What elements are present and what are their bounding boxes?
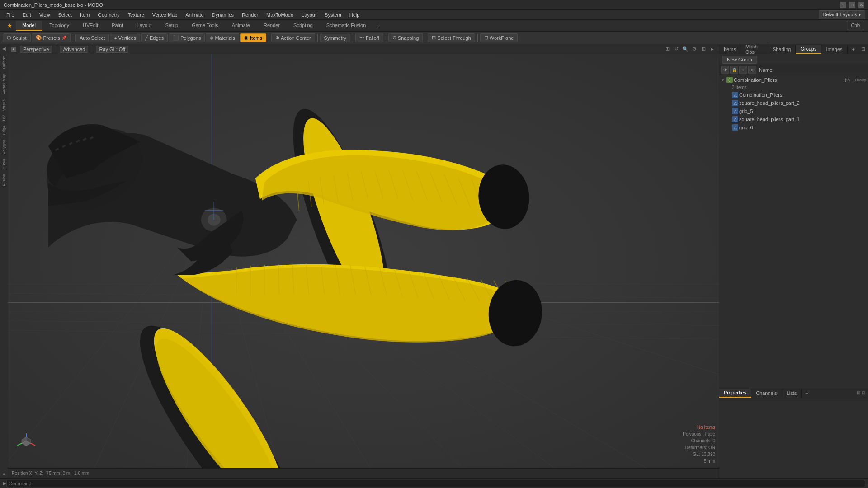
menu-item[interactable]: Item: [76, 11, 93, 19]
mode-tab-only[interactable]: Only: [847, 21, 864, 30]
tree-item-combination-pliers-mesh[interactable]: △ Combination_Pliers: [719, 91, 868, 99]
action-center-button[interactable]: ⊕ Action Center: [271, 33, 315, 42]
right-tab-images[interactable]: Images: [821, 45, 847, 53]
presets-button[interactable]: 🎨 Presets 📌: [32, 33, 71, 42]
sidebar-expand-icon[interactable]: ◀: [2, 46, 6, 51]
groups-tree[interactable]: ▼ ⬡ Combination_Pliers (2) · Group 3 Ite…: [719, 75, 868, 388]
groups-delete-icon[interactable]: ×: [748, 66, 756, 74]
viewport-type-dropdown[interactable]: Perspective: [20, 46, 52, 53]
viewport-maximize-icon[interactable]: ⊡: [700, 46, 707, 53]
tab-paint[interactable]: Paint: [105, 21, 129, 31]
viewport-refresh-icon[interactable]: ↺: [673, 46, 680, 53]
mode-tab-plus[interactable]: +: [373, 21, 383, 30]
viewport-chevron-icon[interactable]: ▸: [709, 46, 716, 53]
props-tab-lists[interactable]: Lists: [782, 389, 802, 397]
sculpt-button[interactable]: ⬡ Sculpt: [3, 33, 31, 42]
svg-line-47: [335, 264, 340, 294]
menu-dynamics[interactable]: Dynamics: [208, 11, 237, 19]
vertices-button[interactable]: ● Vertices: [110, 34, 140, 42]
minimize-button[interactable]: −: [840, 2, 846, 8]
tab-setup[interactable]: Setup: [159, 21, 184, 31]
right-tab-plus[interactable]: +: [849, 45, 859, 53]
groups-eye-icon[interactable]: 👁: [721, 66, 729, 74]
polygons-button[interactable]: ⬛ Polygons: [169, 33, 205, 42]
tab-schematic-fusion[interactable]: Schematic Fusion: [320, 21, 372, 31]
props-tab-plus[interactable]: +: [802, 389, 811, 397]
sidebar-tab-vertexmap[interactable]: Vertex Map: [1, 72, 7, 96]
viewport-mode-dropdown[interactable]: Advanced: [60, 46, 88, 53]
menu-file[interactable]: File: [3, 11, 18, 19]
right-tab-groups[interactable]: Groups: [796, 45, 821, 54]
tab-layout[interactable]: Layout: [130, 21, 158, 31]
gl-stat: GL: 13,890: [683, 451, 715, 458]
right-tab-shading[interactable]: Shading: [768, 45, 796, 53]
sidebar-tab-fusion[interactable]: Fusion: [1, 172, 7, 188]
svg-line-10: [212, 211, 370, 468]
menu-vertexmap[interactable]: Vertex Map: [149, 11, 181, 19]
tab-model[interactable]: Model: [16, 21, 42, 31]
tab-uvedit[interactable]: UVEdit: [76, 21, 104, 31]
svg-line-51: [394, 269, 402, 297]
workplane-button[interactable]: ⊟ WorkPlane: [480, 33, 518, 42]
falloff-button[interactable]: 〜 Falloff: [355, 33, 383, 42]
sidebar-bottom-btn[interactable]: ●: [3, 472, 5, 476]
viewport-3d[interactable]: No Items Polygons : Face Channels: 0 Def…: [8, 54, 719, 468]
maximize-button[interactable]: □: [849, 2, 855, 8]
menu-system[interactable]: System: [321, 11, 345, 19]
menu-help[interactable]: Help: [346, 11, 363, 19]
menu-maxtoModo[interactable]: MaxToModo: [263, 11, 297, 19]
tree-item-square-head-part2[interactable]: △ square_head_pliers_part_2: [719, 99, 868, 107]
viewport-grid-icon[interactable]: ⊞: [664, 46, 671, 53]
props-tab-channels[interactable]: Channels: [751, 389, 782, 397]
tab-animate[interactable]: Animate: [226, 21, 256, 31]
edges-button[interactable]: ╱ Edges: [141, 33, 168, 42]
viewport-stats: No Items Polygons : Face Channels: 0 Def…: [683, 424, 715, 465]
tab-game-tools[interactable]: Game Tools: [185, 21, 225, 31]
groups-lock-icon[interactable]: 🔒: [730, 66, 738, 74]
right-tab-items[interactable]: Items: [719, 45, 741, 53]
viewport-search-icon[interactable]: 🔍: [682, 46, 689, 53]
menu-view[interactable]: View: [36, 11, 54, 19]
right-panel-expand-icon[interactable]: ⊞: [859, 45, 868, 53]
tree-item-combination-pliers-group[interactable]: ▼ ⬡ Combination_Pliers (2) · Group: [719, 76, 868, 84]
layout-label[interactable]: Default Layouts ▾: [819, 10, 866, 19]
tree-item-square-head-part1[interactable]: △ square_head_pliers_part_1: [719, 115, 868, 123]
snapping-button[interactable]: ⊙ Snapping: [388, 33, 423, 42]
tab-render[interactable]: Render: [257, 21, 286, 31]
viewport-raygl-dropdown[interactable]: Ray GL: Off: [96, 46, 128, 53]
props-tab-properties[interactable]: Properties: [719, 389, 751, 398]
tree-item-items-count[interactable]: 3 Items: [719, 84, 868, 91]
sidebar-tab-deform[interactable]: Deform: [1, 54, 7, 71]
auto-select-button[interactable]: Auto Select: [75, 34, 109, 42]
sidebar-tab-uv[interactable]: UV: [1, 113, 7, 123]
menu-render[interactable]: Render: [238, 11, 262, 19]
menu-select[interactable]: Select: [54, 11, 75, 19]
menu-layout[interactable]: Layout: [298, 11, 320, 19]
command-input[interactable]: [6, 480, 865, 487]
viewport-toggle[interactable]: ▲: [11, 47, 16, 52]
right-tab-mesh-ops[interactable]: Mesh Ops: [741, 42, 768, 56]
sidebar-tab-edge[interactable]: Edge: [1, 124, 7, 137]
new-group-button[interactable]: New Group: [722, 56, 757, 64]
menu-edit[interactable]: Edit: [19, 11, 35, 19]
close-button[interactable]: ✕: [858, 2, 864, 8]
menu-animate[interactable]: Animate: [182, 11, 207, 19]
sidebar-tab-polygon[interactable]: Polygon: [1, 138, 7, 156]
viewport-settings-icon[interactable]: ⚙: [691, 46, 698, 53]
symmetry-button[interactable]: Symmetry: [320, 34, 351, 42]
menu-texture[interactable]: Texture: [124, 11, 148, 19]
command-bar: ▶: [0, 478, 868, 488]
sidebar-tab-curve[interactable]: Curve: [1, 157, 7, 171]
menu-geometry[interactable]: Geometry: [94, 11, 123, 19]
tab-scripting[interactable]: Scripting: [287, 21, 319, 31]
materials-button[interactable]: ◈ Materials: [206, 33, 239, 42]
props-expand-icon[interactable]: ⊞ ⊟: [854, 389, 868, 397]
tree-item-grip5[interactable]: △ grip_5: [719, 107, 868, 115]
tab-topology[interactable]: Topology: [43, 21, 75, 31]
select-through-button[interactable]: ⊞ Select Through: [428, 33, 475, 42]
tree-item-grip6[interactable]: △ grip_6: [719, 123, 868, 131]
groups-add-icon[interactable]: +: [739, 66, 747, 74]
items-button[interactable]: ◉ Items: [240, 33, 266, 42]
svg-line-44: [292, 263, 294, 294]
sidebar-tab-wrks[interactable]: WRKS: [1, 97, 7, 113]
